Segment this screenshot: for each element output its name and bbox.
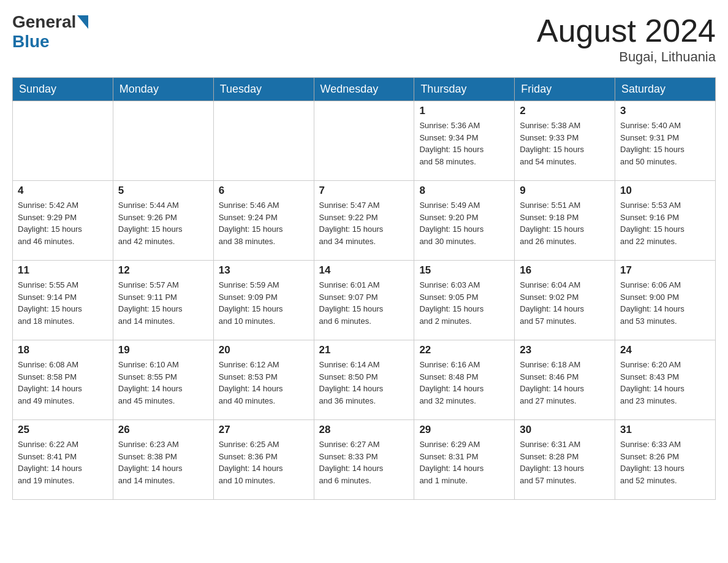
day-info: Sunrise: 5:53 AM Sunset: 9:16 PM Dayligh… <box>620 199 710 247</box>
calendar-cell: 15Sunrise: 6:03 AM Sunset: 9:05 PM Dayli… <box>414 261 515 340</box>
calendar-cell: 30Sunrise: 6:31 AM Sunset: 8:28 PM Dayli… <box>515 420 615 500</box>
day-number: 26 <box>118 424 208 436</box>
day-number: 16 <box>520 264 610 277</box>
day-number: 15 <box>419 264 509 277</box>
day-info: Sunrise: 6:31 AM Sunset: 8:28 PM Dayligh… <box>520 439 610 486</box>
day-number: 1 <box>419 105 509 117</box>
day-info: Sunrise: 6:23 AM Sunset: 8:38 PM Dayligh… <box>118 439 208 486</box>
day-number: 11 <box>18 264 108 277</box>
day-number: 30 <box>520 424 610 436</box>
day-number: 18 <box>18 344 108 356</box>
day-number: 27 <box>219 424 309 436</box>
calendar-cell: 13Sunrise: 5:59 AM Sunset: 9:09 PM Dayli… <box>213 261 314 340</box>
calendar-cell: 8Sunrise: 5:49 AM Sunset: 9:20 PM Daylig… <box>414 181 515 261</box>
day-info: Sunrise: 6:20 AM Sunset: 8:43 PM Dayligh… <box>620 359 710 407</box>
weekday-header-row: SundayMondayTuesdayWednesdayThursdayFrid… <box>13 78 716 101</box>
calendar-cell: 3Sunrise: 5:40 AM Sunset: 9:31 PM Daylig… <box>615 101 716 181</box>
day-info: Sunrise: 5:57 AM Sunset: 9:11 PM Dayligh… <box>118 279 208 327</box>
calendar-cell <box>213 101 314 181</box>
day-info: Sunrise: 5:38 AM Sunset: 9:33 PM Dayligh… <box>520 120 610 167</box>
day-number: 24 <box>620 344 710 356</box>
day-info: Sunrise: 6:33 AM Sunset: 8:26 PM Dayligh… <box>620 439 710 486</box>
calendar-cell: 11Sunrise: 5:55 AM Sunset: 9:14 PM Dayli… <box>13 261 113 340</box>
calendar-cell: 9Sunrise: 5:51 AM Sunset: 9:18 PM Daylig… <box>515 181 615 261</box>
day-info: Sunrise: 5:49 AM Sunset: 9:20 PM Dayligh… <box>419 199 509 247</box>
calendar-cell: 7Sunrise: 5:47 AM Sunset: 9:22 PM Daylig… <box>314 181 414 261</box>
weekday-header-wednesday: Wednesday <box>314 78 414 101</box>
logo-blue-text: Blue <box>12 32 88 52</box>
calendar-week-4: 18Sunrise: 6:08 AM Sunset: 8:58 PM Dayli… <box>13 340 716 420</box>
day-number: 14 <box>319 264 409 277</box>
calendar-cell: 10Sunrise: 5:53 AM Sunset: 9:16 PM Dayli… <box>615 181 716 261</box>
calendar-cell: 21Sunrise: 6:14 AM Sunset: 8:50 PM Dayli… <box>314 340 414 420</box>
day-number: 20 <box>219 344 309 356</box>
day-number: 19 <box>118 344 208 356</box>
day-number: 4 <box>18 185 108 197</box>
month-title: August 2024 <box>537 12 716 49</box>
day-number: 7 <box>319 185 409 197</box>
calendar-cell: 23Sunrise: 6:18 AM Sunset: 8:46 PM Dayli… <box>515 340 615 420</box>
day-info: Sunrise: 6:27 AM Sunset: 8:33 PM Dayligh… <box>319 439 409 486</box>
day-number: 12 <box>118 264 208 277</box>
day-info: Sunrise: 5:46 AM Sunset: 9:24 PM Dayligh… <box>219 199 309 247</box>
calendar-cell: 26Sunrise: 6:23 AM Sunset: 8:38 PM Dayli… <box>113 420 213 500</box>
calendar-cell: 6Sunrise: 5:46 AM Sunset: 9:24 PM Daylig… <box>213 181 314 261</box>
calendar-cell: 31Sunrise: 6:33 AM Sunset: 8:26 PM Dayli… <box>615 420 716 500</box>
logo-general-text: General <box>12 12 76 32</box>
day-number: 31 <box>620 424 710 436</box>
day-number: 28 <box>319 424 409 436</box>
day-number: 9 <box>520 185 610 197</box>
day-info: Sunrise: 5:40 AM Sunset: 9:31 PM Dayligh… <box>620 120 710 167</box>
calendar-week-2: 4Sunrise: 5:42 AM Sunset: 9:29 PM Daylig… <box>13 181 716 261</box>
day-info: Sunrise: 6:16 AM Sunset: 8:48 PM Dayligh… <box>419 359 509 407</box>
calendar-cell: 14Sunrise: 6:01 AM Sunset: 9:07 PM Dayli… <box>314 261 414 340</box>
day-info: Sunrise: 5:59 AM Sunset: 9:09 PM Dayligh… <box>219 279 309 327</box>
calendar-cell: 1Sunrise: 5:36 AM Sunset: 9:34 PM Daylig… <box>414 101 515 181</box>
calendar-cell <box>13 101 113 181</box>
calendar-cell: 18Sunrise: 6:08 AM Sunset: 8:58 PM Dayli… <box>13 340 113 420</box>
calendar-cell: 17Sunrise: 6:06 AM Sunset: 9:00 PM Dayli… <box>615 261 716 340</box>
day-info: Sunrise: 5:55 AM Sunset: 9:14 PM Dayligh… <box>18 279 108 327</box>
calendar-week-1: 1Sunrise: 5:36 AM Sunset: 9:34 PM Daylig… <box>13 101 716 181</box>
calendar-cell: 16Sunrise: 6:04 AM Sunset: 9:02 PM Dayli… <box>515 261 615 340</box>
calendar-cell: 24Sunrise: 6:20 AM Sunset: 8:43 PM Dayli… <box>615 340 716 420</box>
calendar-cell <box>314 101 414 181</box>
day-number: 29 <box>419 424 509 436</box>
day-number: 6 <box>219 185 309 197</box>
day-info: Sunrise: 6:29 AM Sunset: 8:31 PM Dayligh… <box>419 439 509 486</box>
day-number: 21 <box>319 344 409 356</box>
day-info: Sunrise: 6:10 AM Sunset: 8:55 PM Dayligh… <box>118 359 208 407</box>
weekday-header-thursday: Thursday <box>414 78 515 101</box>
day-info: Sunrise: 6:01 AM Sunset: 9:07 PM Dayligh… <box>319 279 409 327</box>
day-number: 17 <box>620 264 710 277</box>
day-info: Sunrise: 6:22 AM Sunset: 8:41 PM Dayligh… <box>18 439 108 486</box>
weekday-header-saturday: Saturday <box>615 78 716 101</box>
logo-arrow-icon <box>77 15 88 31</box>
day-info: Sunrise: 5:51 AM Sunset: 9:18 PM Dayligh… <box>520 199 610 247</box>
calendar-cell: 29Sunrise: 6:29 AM Sunset: 8:31 PM Dayli… <box>414 420 515 500</box>
weekday-header-monday: Monday <box>113 78 213 101</box>
day-number: 3 <box>620 105 710 117</box>
day-number: 2 <box>520 105 610 117</box>
calendar-cell: 20Sunrise: 6:12 AM Sunset: 8:53 PM Dayli… <box>213 340 314 420</box>
calendar-table: SundayMondayTuesdayWednesdayThursdayFrid… <box>12 77 716 500</box>
day-number: 23 <box>520 344 610 356</box>
svg-marker-0 <box>77 15 88 29</box>
calendar-cell <box>113 101 213 181</box>
weekday-header-tuesday: Tuesday <box>213 78 314 101</box>
day-number: 22 <box>419 344 509 356</box>
logo: General Blue <box>12 12 88 52</box>
day-number: 13 <box>219 264 309 277</box>
calendar-cell: 4Sunrise: 5:42 AM Sunset: 9:29 PM Daylig… <box>13 181 113 261</box>
day-number: 25 <box>18 424 108 436</box>
calendar-cell: 19Sunrise: 6:10 AM Sunset: 8:55 PM Dayli… <box>113 340 213 420</box>
calendar-cell: 2Sunrise: 5:38 AM Sunset: 9:33 PM Daylig… <box>515 101 615 181</box>
day-info: Sunrise: 6:18 AM Sunset: 8:46 PM Dayligh… <box>520 359 610 407</box>
day-info: Sunrise: 5:44 AM Sunset: 9:26 PM Dayligh… <box>118 199 208 247</box>
calendar-cell: 27Sunrise: 6:25 AM Sunset: 8:36 PM Dayli… <box>213 420 314 500</box>
day-info: Sunrise: 6:14 AM Sunset: 8:50 PM Dayligh… <box>319 359 409 407</box>
calendar-cell: 22Sunrise: 6:16 AM Sunset: 8:48 PM Dayli… <box>414 340 515 420</box>
day-number: 5 <box>118 185 208 197</box>
day-info: Sunrise: 6:03 AM Sunset: 9:05 PM Dayligh… <box>419 279 509 327</box>
day-info: Sunrise: 6:12 AM Sunset: 8:53 PM Dayligh… <box>219 359 309 407</box>
